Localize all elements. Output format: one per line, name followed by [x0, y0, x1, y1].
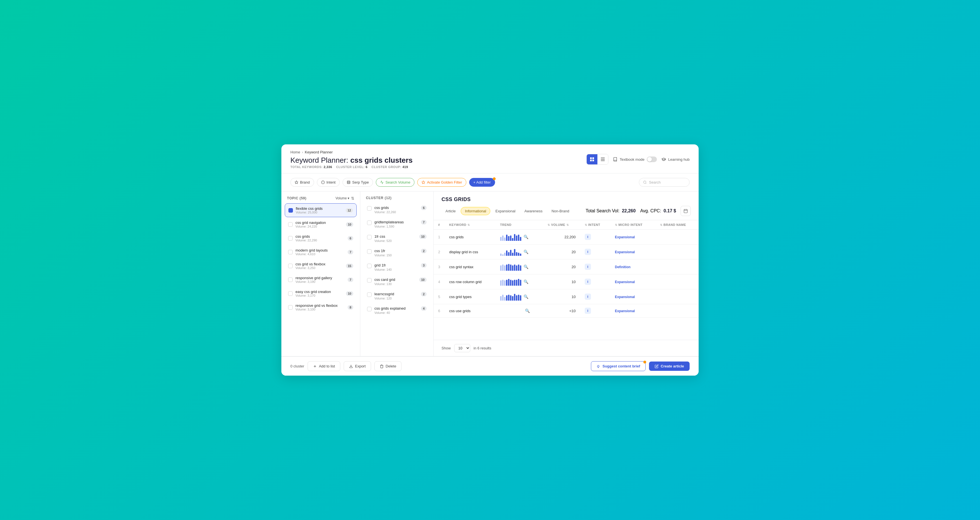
cluster-item[interactable]: 1fr css Volume: 520 10 [364, 232, 430, 245]
cluster-checkbox[interactable] [367, 249, 372, 254]
cluster-item[interactable]: grid 1fr Volume: 140 3 [364, 260, 430, 274]
trend-search-icon[interactable]: 🔍 [525, 309, 530, 313]
col-intent[interactable]: ⇅ INTENT [580, 220, 610, 229]
brand-name-cell [655, 259, 698, 274]
learning-hub-link[interactable]: Learning hub [662, 157, 690, 162]
add-filter-button[interactable]: + Add filter [469, 178, 495, 187]
trend-search-icon[interactable]: 🔍 [523, 235, 528, 239]
topic-checkbox[interactable] [288, 291, 293, 296]
topic-checkbox[interactable] [288, 222, 293, 227]
topic-item[interactable]: modern grid layouts Volume: 4,610 7 [285, 245, 356, 259]
col-brand-name[interactable]: ⇅ BRAND NAME [655, 220, 698, 229]
topic-item[interactable]: css grid navigation Volume: 24,220 10 [285, 218, 356, 231]
trend-bar [516, 252, 517, 256]
topic-volume: Volume: 3,170 [296, 294, 343, 297]
cluster-info: grid 1fr Volume: 140 [374, 263, 418, 271]
cluster-item[interactable]: css 1fr Volume: 150 2 [364, 246, 430, 260]
trend-bar [518, 253, 519, 256]
topic-count: 15 [346, 264, 353, 268]
cluster-item[interactable]: css grids Volume: 22,260 6 [364, 203, 430, 216]
topic-checkbox[interactable] [288, 305, 293, 310]
col-micro-intent[interactable]: ⇅ MICRO INTENT [610, 220, 655, 229]
trend-search-icon[interactable]: 🔍 [523, 250, 528, 254]
topic-checkbox[interactable] [288, 236, 293, 240]
trend-cell: 🔍 [496, 259, 543, 274]
topic-volume: Volume: 22,290 [296, 239, 345, 242]
col-keyword[interactable]: KEYWORD ⇅ [445, 220, 496, 229]
textbook-mode-switch[interactable] [647, 156, 657, 162]
trend-bar [500, 237, 501, 241]
keywords-header: CSS GRIDS ArticleInformationalExpansiona… [434, 191, 698, 220]
cluster-item[interactable]: css card grid Volume: 130 10 [364, 275, 430, 288]
cluster-name: css grids [374, 205, 418, 210]
cluster-checkbox[interactable] [367, 278, 372, 283]
grid-view-button[interactable] [587, 154, 597, 164]
cluster-checkbox[interactable] [367, 221, 372, 225]
keywords-tab-article[interactable]: Article [442, 207, 460, 215]
keywords-tab-informational[interactable]: Informational [461, 207, 490, 215]
cluster-info: learncssgrid Volume: 120 [374, 292, 418, 300]
search-volume-filter-button[interactable]: Search Volume [376, 178, 414, 187]
trend-search-icon[interactable]: 🔍 [523, 264, 528, 269]
delete-button[interactable]: Delete [374, 361, 402, 371]
breadcrumb-home[interactable]: Home [290, 150, 300, 154]
trend-bar [516, 266, 517, 271]
keywords-tab-awareness[interactable]: Awareness [520, 207, 546, 215]
cluster-checkbox[interactable] [367, 293, 372, 297]
topic-sort-direction-button[interactable]: ⇅ [351, 196, 355, 200]
export-button[interactable]: Export [344, 361, 371, 371]
topic-item[interactable]: easy css grid creation Volume: 3,170 10 [285, 287, 356, 300]
svg-marker-7 [295, 181, 298, 184]
cluster-checkbox[interactable] [367, 235, 372, 239]
topic-checkbox[interactable] [288, 264, 293, 268]
table-row: 3 css grid syntax 🔍 20 I Definition [434, 259, 698, 274]
serp-type-filter-button[interactable]: Serp Type [342, 178, 373, 187]
topic-list: flexible css grids Volume: 25,000 12 css… [282, 203, 360, 356]
topic-checkbox[interactable] [288, 208, 293, 213]
cluster-volume: Volume: 40 [374, 311, 418, 315]
calendar-button[interactable] [681, 206, 691, 216]
brand-filter-button[interactable]: Brand [290, 178, 314, 187]
svg-rect-11 [347, 181, 350, 184]
topic-item[interactable]: responsive grid gallery Volume: 3,190 7 [285, 273, 356, 286]
cluster-info: css card grid Volume: 130 [374, 277, 417, 286]
cluster-item[interactable]: gridtemplateareas Volume: 1,590 7 [364, 217, 430, 231]
add-to-list-button[interactable]: Add to list [308, 361, 340, 371]
trend-bar [506, 235, 508, 241]
list-view-button[interactable] [597, 154, 608, 164]
cluster-count: 10 [419, 277, 426, 282]
cluster-name: css 1fr [374, 249, 418, 253]
create-article-button[interactable]: Create article [649, 361, 690, 371]
suggest-content-brief-button[interactable]: Suggest content brief [591, 361, 646, 371]
trend-bar [502, 254, 504, 256]
topic-item[interactable]: css grids Volume: 22,290 6 [285, 232, 356, 245]
row-number: 3 [434, 259, 445, 274]
trend-bar [508, 279, 509, 286]
col-volume[interactable]: ⇅ VOLUME ⇅ [543, 220, 580, 229]
keywords-tab-non-brand[interactable]: Non-Brand [547, 207, 573, 215]
topic-checkbox[interactable] [288, 277, 293, 282]
topic-checkbox[interactable] [288, 250, 293, 254]
golden-filter-button[interactable]: Activate Golden Filter [417, 178, 466, 187]
topic-item[interactable]: css grid vs flexbox Volume: 3,250 15 [285, 259, 356, 272]
textbook-mode-toggle[interactable]: Textbook mode [613, 156, 657, 162]
topic-item[interactable]: responsive grid vs flexbox Volume: 3,100… [285, 301, 356, 314]
bottom-bar: 0 cluster Add to list Export Delete Sugg… [282, 356, 698, 375]
trend-bar [504, 297, 506, 301]
topic-volume: Volume: 3,190 [296, 280, 345, 283]
cluster-checkbox[interactable] [367, 307, 372, 311]
cluster-checkbox[interactable] [367, 206, 372, 211]
trend-search-icon[interactable]: 🔍 [523, 280, 528, 284]
keywords-tab-expansional[interactable]: Expansional [492, 207, 519, 215]
micro-intent-cell: Definition [610, 259, 655, 274]
intent-filter-button[interactable]: Intent [317, 178, 340, 187]
cluster-checkbox[interactable] [367, 264, 372, 268]
search-bar[interactable]: Search [639, 178, 690, 187]
topic-sort-select[interactable]: Volume ▾ [336, 196, 349, 200]
trend-search-icon[interactable]: 🔍 [523, 294, 528, 299]
topic-info: responsive grid gallery Volume: 3,190 [296, 276, 345, 283]
topic-item[interactable]: flexible css grids Volume: 25,000 12 [285, 203, 356, 217]
cluster-item[interactable]: css grids explained Volume: 40 4 [364, 304, 430, 317]
show-select[interactable]: 10 25 50 [454, 344, 470, 352]
cluster-item[interactable]: learncssgrid Volume: 120 2 [364, 289, 430, 303]
